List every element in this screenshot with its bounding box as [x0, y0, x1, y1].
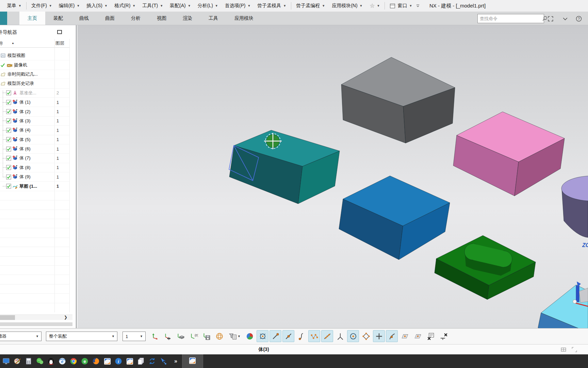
manipulator-origin-ball[interactable]: [573, 300, 577, 304]
type-filter-icon[interactable]: ▼: [226, 330, 243, 342]
snap-dialog-icon[interactable]: [425, 330, 437, 342]
ribbon-collapse-icon[interactable]: [415, 3, 420, 8]
tab-应用模块[interactable]: 应用模块: [226, 12, 262, 25]
taskbar-icon-desktop[interactable]: [1, 355, 11, 367]
taskbar-icon-qq[interactable]: [46, 355, 56, 367]
tab-曲面[interactable]: 曲面: [97, 12, 123, 25]
feature-checkbox[interactable]: [6, 184, 11, 189]
snap-midpoint-icon[interactable]: [282, 330, 294, 342]
menu-item-装配(A)[interactable]: 装配(A)▼: [166, 0, 194, 12]
taskbar-overflow-chevrons[interactable]: »: [174, 358, 177, 364]
snap-clear-icon[interactable]: [438, 330, 450, 342]
command-finder[interactable]: [477, 14, 544, 23]
feature-checkbox[interactable]: [6, 109, 11, 114]
fullscreen-icon[interactable]: [546, 15, 555, 23]
menu-item-插入(S)[interactable]: 插入(S)▼: [83, 0, 111, 12]
menu-item-首选项(P)[interactable]: 首选项(P)▼: [222, 0, 254, 12]
help-icon[interactable]: ?: [574, 15, 583, 23]
tree-item-模型视图[interactable]: 模型视图: [0, 51, 70, 60]
taskbar-icon-wechat[interactable]: [35, 355, 45, 367]
taskbar-icon-sync[interactable]: [147, 355, 157, 367]
favorites-star-group[interactable]: ▼: [366, 0, 383, 12]
scroll-right-arrow[interactable]: ❯: [64, 315, 67, 320]
menu-item-曾子孟模具[interactable]: 曾子孟模具▼: [254, 0, 290, 12]
taskbar-icon-chrome[interactable]: [69, 355, 78, 367]
tree-item-体 (3)[interactable]: 体 (3)1: [0, 117, 70, 126]
navigator-column-header[interactable]: 称 ▲ 图层: [0, 39, 70, 48]
search-input[interactable]: [478, 16, 542, 21]
tree-item-基准坐...[interactable]: 基准坐...2: [0, 89, 70, 98]
menu-item-应用模块(N)[interactable]: 应用模块(N)▼: [328, 0, 366, 12]
float-panel-button[interactable]: [57, 30, 62, 34]
tree-item-体 (1)[interactable]: 体 (1)1: [0, 98, 70, 107]
snap-pole-icon[interactable]: [308, 330, 320, 342]
selection-filter-dropdown[interactable]: 滤器 ▼: [0, 332, 42, 341]
csys-solid-icon[interactable]: [175, 330, 186, 342]
feature-checkbox[interactable]: [6, 137, 11, 142]
tree-item-体 (7)[interactable]: 体 (7)1: [0, 154, 70, 163]
tab-装配[interactable]: 装配: [45, 12, 71, 25]
feature-checkbox[interactable]: [6, 147, 11, 152]
taskbar-icon-cursor-tool[interactable]: [159, 355, 168, 367]
sort-ascending-icon[interactable]: ▲: [12, 42, 14, 45]
feature-checkbox[interactable]: [6, 100, 11, 105]
feature-checkbox[interactable]: [6, 156, 11, 161]
work-layer-dropdown[interactable]: 1 ▼: [122, 332, 146, 341]
graphics-viewport[interactable]: ZC: [77, 25, 588, 328]
snap-bounded-grid-icon[interactable]: [412, 330, 424, 342]
tree-item-非时间戳记几...[interactable]: 非时间戳记几...: [0, 70, 70, 79]
chevron-down-icon[interactable]: [561, 15, 570, 23]
snap-intersection-icon[interactable]: [334, 330, 346, 342]
scrollbar-thumb[interactable]: [0, 315, 15, 320]
menu-item-格式(R)[interactable]: 格式(R)▼: [111, 0, 139, 12]
horizontal-scrollbar[interactable]: ❯: [0, 315, 72, 320]
tree-item-体 (8)[interactable]: 体 (8)1: [0, 163, 70, 172]
taskbar-icon-paint[interactable]: [13, 355, 22, 367]
csys-save-icon[interactable]: [200, 330, 212, 342]
snap-quadrant-icon[interactable]: [360, 330, 372, 342]
tree-item-草图 (1...[interactable]: 草图 (1...1: [0, 182, 70, 191]
taskbar-icon-calculator[interactable]: [24, 355, 33, 367]
tree-item-体 (9)[interactable]: 体 (9)1: [0, 172, 70, 182]
menu-item-文件(F)[interactable]: 文件(F)▼: [28, 0, 55, 12]
snap-arc-center-icon[interactable]: [347, 330, 359, 342]
menu-item-编辑(E)[interactable]: 编辑(E)▼: [55, 0, 83, 12]
taskbar-icon-browser-360[interactable]: e: [80, 355, 89, 367]
feature-checkbox[interactable]: [6, 174, 11, 180]
tab-工具[interactable]: 工具: [200, 12, 226, 25]
tree-item-体 (4)[interactable]: 体 (4)1: [0, 126, 70, 135]
menu-item-曾子孟编程[interactable]: 曾子孟编程▼: [293, 0, 328, 12]
tab-分析[interactable]: 分析: [123, 12, 149, 25]
tab-渲染[interactable]: 渲染: [175, 12, 200, 25]
taskbar-icon-nx[interactable]: [102, 355, 112, 367]
selection-scope-dropdown[interactable]: 整个装配 ▼: [46, 332, 117, 341]
feature-checkbox[interactable]: [6, 128, 11, 133]
menu-item-工具(T)[interactable]: 工具(T)▼: [139, 0, 166, 12]
wcs-display-icon[interactable]: [213, 330, 225, 342]
feature-checkbox[interactable]: [6, 90, 11, 95]
tree-item-体 (5)[interactable]: 体 (5)1: [0, 135, 70, 144]
menu-item-分析(L)[interactable]: 分析(L)▼: [194, 0, 222, 12]
tree-item-摄像机[interactable]: 摄像机: [0, 60, 70, 70]
tree-item-模型历史记录[interactable]: 模型历史记录: [0, 79, 70, 88]
color-filter-pie-icon[interactable]: [244, 330, 256, 342]
menu-item-window[interactable]: 窗口▼: [386, 0, 424, 12]
tab-视图[interactable]: 视图: [149, 12, 175, 25]
window-grid-icon[interactable]: [560, 346, 567, 354]
snap-point-icon[interactable]: [257, 330, 268, 342]
panel-resize-grip[interactable]: [0, 322, 72, 326]
tab-主页[interactable]: 主页: [19, 12, 45, 25]
menu-item-菜单[interactable]: 菜单▼: [3, 0, 25, 12]
resize-corner-icon[interactable]: [571, 346, 578, 354]
csys-absolute-icon[interactable]: (0): [187, 330, 199, 342]
snap-existing-point-icon[interactable]: [373, 330, 385, 342]
taskbar-active-app-nx[interactable]: [182, 354, 203, 368]
taskbar-icon-firefox[interactable]: [91, 355, 101, 367]
taskbar-icon-nx-2[interactable]: [125, 355, 134, 367]
snap-point-on-line-icon[interactable]: [321, 330, 333, 342]
taskbar-icon-ie[interactable]: e: [58, 355, 67, 367]
feature-checkbox[interactable]: [6, 165, 11, 170]
feature-checkbox[interactable]: [6, 118, 11, 123]
taskbar-icon-documents[interactable]: [136, 355, 146, 367]
tree-item-体 (6)[interactable]: 体 (6)1: [0, 144, 70, 154]
